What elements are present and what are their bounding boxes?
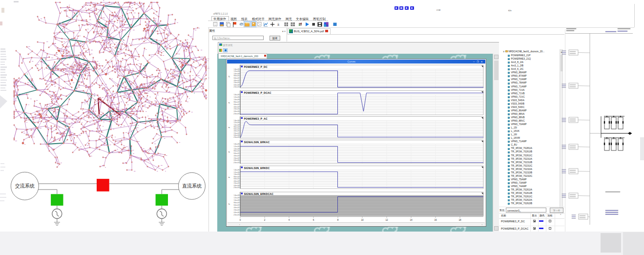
svg-text:1.4e+03: 1.4e+03: [234, 194, 240, 196]
svg-text:0.0e+00: 0.0e+00: [234, 212, 240, 213]
svg-text:6.0e+02: 6.0e+02: [234, 104, 240, 106]
svg-text:-2.0e+02: -2.0e+02: [233, 136, 240, 138]
svg-text:2.0e+02: 2.0e+02: [234, 82, 240, 84]
svg-text:2.0e+02: 2.0e+02: [234, 209, 240, 211]
svg-text:直流系统: 直流系统: [182, 183, 202, 189]
svg-text:6.0e+02: 6.0e+02: [234, 77, 240, 79]
svg-text:-2.0e+02: -2.0e+02: [233, 187, 240, 189]
svg-text:1.4e+03: 1.4e+03: [234, 143, 240, 145]
svg-text:1.0e+03: 1.0e+03: [234, 199, 240, 201]
svg-text:x̄: x̄: [277, 22, 280, 27]
svg-text:1.2e+03: 1.2e+03: [234, 197, 240, 199]
svg-text:SIGNALS0N_BRKDCAC: SIGNALS0N_BRKDCAC: [244, 192, 274, 195]
svg-text:8.0e+02: 8.0e+02: [234, 75, 240, 77]
svg-text:SIGNALS0N_BRKAC: SIGNALS0N_BRKAC: [244, 141, 270, 144]
svg-text:1.0e+03: 1.0e+03: [234, 73, 240, 75]
svg-text:SIGNALS0N_BRKDC: SIGNALS0N_BRKDC: [244, 167, 270, 170]
svg-text:12: 12: [385, 219, 388, 221]
svg-text:6: 6: [313, 219, 314, 221]
svg-text:POWERME3_P_DC: POWERME3_P_DC: [244, 65, 268, 68]
svg-text:P: P: [228, 76, 230, 77]
svg-text:1.2e+03: 1.2e+03: [234, 171, 240, 173]
svg-text:14: 14: [410, 219, 413, 221]
svg-text:0.0e+00: 0.0e+00: [234, 110, 240, 112]
svg-text:4.0e+02: 4.0e+02: [234, 80, 240, 82]
svg-text:P: P: [228, 151, 230, 152]
svg-text:1.2e+03: 1.2e+03: [234, 96, 240, 98]
svg-text:-2.0e+02: -2.0e+02: [233, 86, 240, 88]
svg-text:2.0e+02: 2.0e+02: [234, 157, 240, 159]
svg-text:POWERME3_P_DCAC: POWERME3_P_DCAC: [244, 91, 271, 94]
svg-text:2.0e+02: 2.0e+02: [234, 108, 240, 110]
svg-text:1.2e+03: 1.2e+03: [234, 70, 240, 72]
svg-text:1.4e+03: 1.4e+03: [234, 94, 240, 96]
svg-text:4.0e+02: 4.0e+02: [234, 106, 240, 108]
svg-text:1.4e+03: 1.4e+03: [234, 68, 240, 70]
svg-text:8: 8: [337, 219, 339, 221]
svg-text:1.0e+03: 1.0e+03: [234, 148, 240, 150]
svg-text:16: 16: [434, 219, 437, 221]
svg-text:1.4e+03: 1.4e+03: [234, 169, 240, 171]
svg-text:POWERME3_P_AC: POWERME3_P_AC: [244, 117, 268, 120]
svg-text:-2.0e+02: -2.0e+02: [233, 214, 240, 216]
svg-text:交流系统: 交流系统: [15, 183, 35, 189]
svg-text:8.0e+02: 8.0e+02: [234, 202, 240, 204]
svg-text:1.0e+03: 1.0e+03: [234, 99, 240, 101]
svg-text:8.0e+02: 8.0e+02: [234, 150, 240, 152]
svg-text:1.0e+03: 1.0e+03: [234, 173, 240, 175]
svg-text:-2.0e+02: -2.0e+02: [233, 162, 240, 164]
svg-text:10: 10: [361, 219, 364, 221]
svg-text:8.0e+02: 8.0e+02: [234, 176, 240, 178]
svg-text:1.2e+03: 1.2e+03: [234, 146, 240, 148]
svg-text:P: P: [228, 102, 230, 104]
svg-text:4.0e+02: 4.0e+02: [234, 155, 240, 157]
svg-text:P: P: [228, 127, 230, 128]
svg-text:18: 18: [458, 219, 461, 221]
svg-text:P: P: [228, 203, 230, 205]
svg-text:6.0e+02: 6.0e+02: [234, 178, 240, 180]
svg-text:0: 0: [240, 219, 241, 221]
svg-text:6.0e+02: 6.0e+02: [234, 152, 240, 154]
svg-text:8.0e+02: 8.0e+02: [234, 101, 240, 103]
svg-text:0.0e+00: 0.0e+00: [234, 159, 240, 161]
svg-text:4.0e+02: 4.0e+02: [234, 207, 240, 209]
svg-text:2.0e+02: 2.0e+02: [234, 182, 240, 184]
svg-text:6.0e+02: 6.0e+02: [234, 204, 240, 206]
svg-text:4: 4: [289, 219, 290, 221]
svg-text:-2.0e+02: -2.0e+02: [233, 113, 240, 115]
svg-text:0.0e+00: 0.0e+00: [234, 84, 240, 86]
svg-text:P: P: [228, 176, 230, 178]
svg-text:0.0e+00: 0.0e+00: [234, 185, 240, 187]
svg-text:2: 2: [264, 219, 266, 221]
svg-text:4.0e+02: 4.0e+02: [234, 180, 240, 182]
